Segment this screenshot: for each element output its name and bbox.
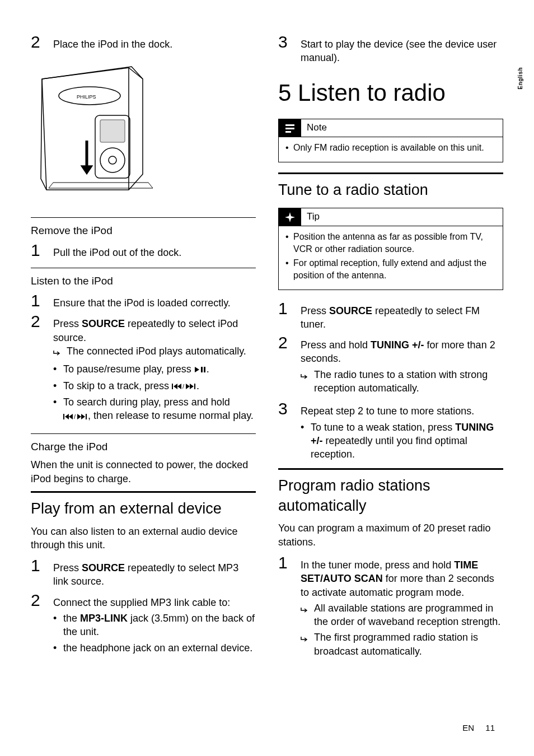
step-text: Press SOURCE repeatedly to select iPod s… <box>53 315 256 425</box>
step-number: 3 <box>278 34 292 50</box>
tip-icon <box>279 208 301 226</box>
ext-body: You can also listen to an external audio… <box>31 525 256 552</box>
note-label: Note <box>301 119 332 137</box>
result-text: The radio tunes to a station with strong… <box>314 368 503 395</box>
result-text: The first programmed radio station is br… <box>314 631 503 658</box>
step-tune-2: 2 Press and hold TUNING +/- for more tha… <box>278 334 503 397</box>
result-arrow-icon <box>301 604 308 617</box>
svg-rect-7 <box>204 367 205 372</box>
step-number: 1 <box>278 300 292 317</box>
language-tab: English <box>517 67 524 90</box>
step-text: Repeat step 2 to tune to more stations. … <box>301 402 503 463</box>
play-pause-icon <box>194 363 207 376</box>
step-number: 1 <box>31 557 44 574</box>
svg-rect-16 <box>285 131 291 133</box>
skip-prev-next-icon: / <box>63 410 88 423</box>
step-text: Press and hold TUNING +/- for more than … <box>301 336 503 397</box>
svg-text:PHILIPS: PHILIPS <box>77 94 96 100</box>
heading-remove-ipod: Remove the iPod <box>31 223 256 238</box>
heading-listen-ipod: Listen to the iPod <box>31 274 256 288</box>
step-number: 2 <box>31 313 44 330</box>
step-tune-3: 3 Repeat step 2 to tune to more stations… <box>278 400 503 463</box>
svg-rect-10 <box>194 384 195 389</box>
list-item: To tune to a weak station, press TUNING … <box>311 421 503 461</box>
program-body: You can program a maximum of 20 preset r… <box>278 521 503 549</box>
svg-text:/: / <box>74 413 76 420</box>
svg-rect-14 <box>285 124 294 126</box>
footer-lang: EN <box>462 723 474 732</box>
svg-text:/: / <box>182 383 185 390</box>
step-place-ipod: 2 Place the iPod in the dock. <box>31 34 256 51</box>
list-item: the headphone jack on an external device… <box>63 641 256 655</box>
step-text: In the tuner mode, press and hold TIME S… <box>301 556 503 660</box>
heading-play-external: Play from an external device <box>31 498 256 519</box>
charge-body: When the unit is connected to power, the… <box>31 458 256 486</box>
step-ext-2: 2 Connect the supplied MP3 link cable to… <box>31 592 256 657</box>
step-text: Place the iPod in the dock. <box>53 35 256 51</box>
svg-rect-13 <box>86 414 87 419</box>
footer-page-number: 11 <box>485 723 495 732</box>
step-number: 1 <box>31 242 44 259</box>
note-item: Only FM radio reception is available on … <box>285 142 496 154</box>
result-arrow-icon <box>301 370 308 384</box>
step-start-device: 3 Start to play the device (see the devi… <box>278 34 503 65</box>
step-program-1: 1 In the tuner mode, press and hold TIME… <box>278 554 503 660</box>
skip-prev-next-icon: / <box>172 380 196 393</box>
left-column: 2 Place the iPod in the dock. PHILIPS <box>31 34 256 734</box>
step-listen-2: 2 Press SOURCE repeatedly to select iPod… <box>31 313 256 425</box>
heading-charge-ipod: Charge the iPod <box>31 440 256 454</box>
step-text: Press SOURCE repeatedly to select MP3 li… <box>53 559 256 589</box>
svg-rect-11 <box>63 414 64 419</box>
result-text: The connected iPod plays automatically. <box>67 344 256 358</box>
step-text: Pull the iPod out of the dock. <box>53 244 256 259</box>
heading-tune: Tune to a radio station <box>278 180 503 200</box>
result-arrow-icon <box>301 633 308 646</box>
result-text: All available stations are programmed in… <box>314 601 503 629</box>
step-remove-1: 1 Pull the iPod out of the dock. <box>31 242 256 259</box>
step-text: Ensure that the iPod is loaded correctly… <box>53 294 256 310</box>
step-tune-1: 1 Press SOURCE repeatedly to select FM t… <box>278 300 503 332</box>
svg-rect-3 <box>100 120 125 142</box>
list-item: the MP3-LINK jack (3.5mm) on the back of… <box>63 612 256 639</box>
right-column: 3 Start to play the device (see the devi… <box>278 34 503 734</box>
chapter-title: 5 Listen to radio <box>278 77 503 109</box>
page-footer: EN 11 <box>462 722 495 734</box>
step-number: 2 <box>278 334 292 351</box>
step-number: 2 <box>31 592 44 609</box>
svg-rect-15 <box>285 128 294 129</box>
svg-rect-6 <box>201 367 203 372</box>
page-content: 2 Place the iPod in the dock. PHILIPS <box>0 0 534 756</box>
tip-item: For optimal reception, fully extend and … <box>285 257 496 281</box>
tip-label: Tip <box>301 208 325 226</box>
step-ext-1: 1 Press SOURCE repeatedly to select MP3 … <box>31 557 256 589</box>
step-number: 1 <box>278 554 292 571</box>
ipod-dock-illustration: PHILIPS <box>31 57 256 206</box>
step-number: 1 <box>31 292 44 309</box>
step-listen-1: 1 Ensure that the iPod is loaded correct… <box>31 292 256 310</box>
step-number: 2 <box>31 34 44 50</box>
note-callout: Note Only FM radio reception is availabl… <box>278 119 503 162</box>
step-text: Start to play the device (see the device… <box>301 35 503 65</box>
svg-point-5 <box>109 156 116 164</box>
heading-program: Program radio stations automatically <box>278 475 503 516</box>
tip-callout: Tip Position the antenna as far as possi… <box>278 208 503 290</box>
step-text: Press SOURCE repeatedly to select FM tun… <box>301 302 503 332</box>
step-number: 3 <box>278 400 292 417</box>
step-text: Connect the supplied MP3 link cable to: … <box>53 594 256 657</box>
list-item: To search during play, press and hold /,… <box>63 395 256 423</box>
list-item: To pause/resume play, press . <box>63 362 256 376</box>
svg-point-4 <box>100 148 125 172</box>
tip-item: Position the antenna as far as possible … <box>285 231 496 255</box>
svg-rect-8 <box>172 384 173 389</box>
result-arrow-icon <box>53 347 61 360</box>
list-item: To skip to a track, press /. <box>63 379 256 393</box>
note-icon <box>279 119 301 137</box>
